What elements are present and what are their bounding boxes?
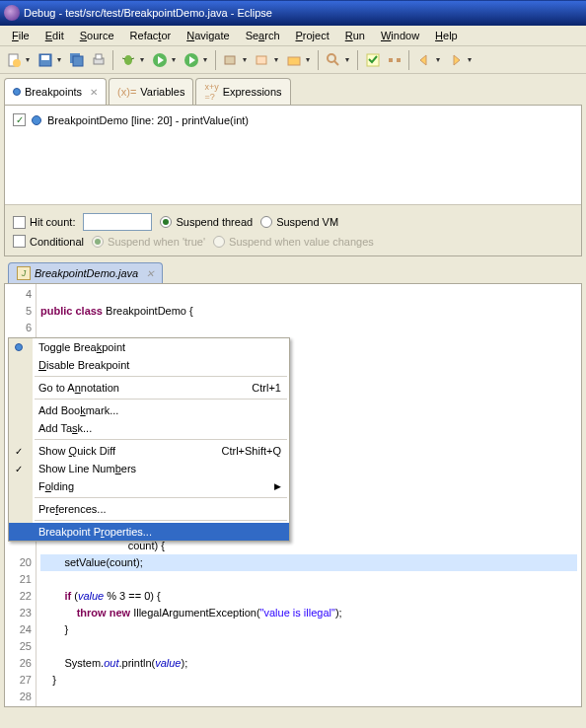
eclipse-icon <box>4 5 20 21</box>
svg-point-18 <box>328 54 335 62</box>
menu-project[interactable]: Project <box>288 28 337 43</box>
menu-file[interactable]: File <box>4 28 37 43</box>
tab-label: Expressions <box>223 86 282 98</box>
menu-run[interactable]: Run <box>337 28 373 43</box>
tab-label: Variables <box>140 86 184 98</box>
search-icon[interactable] <box>324 50 343 70</box>
dropdown-icon[interactable]: ▾ <box>436 55 444 64</box>
checkbox[interactable]: ✓ <box>13 113 26 126</box>
window-title: Debug - test/src/test/BreakpointDemo.jav… <box>24 7 272 19</box>
breakpoint-options: ✓Hit count: Suspend thread Suspend VM ✓C… <box>5 204 581 255</box>
dropdown-icon[interactable]: ▾ <box>140 55 148 64</box>
svg-point-8 <box>124 55 132 65</box>
dropdown-icon[interactable]: ▾ <box>243 55 251 64</box>
menu-search[interactable]: Search <box>238 28 288 43</box>
titlebar: Debug - test/src/test/BreakpointDemo.jav… <box>0 0 586 26</box>
print-icon[interactable] <box>89 50 109 70</box>
menu-refactor[interactable]: Refactor <box>122 28 180 43</box>
ctx-preferences[interactable]: Preferences... <box>9 500 289 518</box>
svg-rect-5 <box>73 56 83 66</box>
dropdown-icon[interactable]: ▾ <box>274 55 282 64</box>
close-icon[interactable]: ✕ <box>90 87 98 98</box>
suspend-changes-radio: Suspend when value changes <box>213 236 374 248</box>
dropdown-icon[interactable]: ▾ <box>468 55 476 64</box>
breakpoints-view: ✓ BreakpointDemo [line: 20] - printValue… <box>4 105 582 256</box>
menu-source[interactable]: Source <box>72 28 122 43</box>
dropdown-icon[interactable]: ▾ <box>26 55 34 64</box>
editor-tab[interactable]: J BreakpointDemo.java ✕ <box>8 262 163 283</box>
debug-icon[interactable] <box>118 50 138 70</box>
breakpoints-icon <box>13 88 21 96</box>
hit-count-label: Hit count: <box>30 216 75 228</box>
java-file-icon: J <box>17 266 31 280</box>
tab-breakpoints[interactable]: Breakpoints ✕ <box>4 78 107 105</box>
ctx-toggle-breakpoint[interactable]: Toggle Breakpoint <box>9 338 289 356</box>
view-tabs: Breakpoints ✕ (x)= Variables x+y=? Expre… <box>0 74 586 105</box>
breakpoint-item[interactable]: ✓ BreakpointDemo [line: 20] - printValue… <box>11 111 575 128</box>
hit-count-check[interactable]: ✓Hit count: <box>13 216 75 229</box>
run-icon[interactable] <box>150 50 170 70</box>
suspend-vm-radio[interactable]: Suspend VM <box>260 216 338 228</box>
suspend-thread-radio[interactable]: Suspend thread <box>160 216 253 228</box>
breakpoint-list: ✓ BreakpointDemo [line: 20] - printValue… <box>5 106 581 204</box>
dropdown-icon[interactable]: ▾ <box>57 55 65 64</box>
save-all-icon[interactable] <box>67 50 87 70</box>
forward-icon[interactable] <box>446 50 466 70</box>
dropdown-icon[interactable]: ▾ <box>203 55 211 64</box>
expressions-icon: x+y=? <box>204 82 218 102</box>
toggle-breadcrumb-icon[interactable] <box>385 50 404 70</box>
dropdown-icon[interactable]: ▾ <box>345 55 353 64</box>
svg-rect-21 <box>389 58 393 62</box>
variables-icon: (x)= <box>117 86 136 98</box>
ctx-breakpoint-properties[interactable]: Breakpoint Properties... <box>9 523 289 541</box>
suspend-true-radio: Suspend when 'true' <box>92 236 205 248</box>
ctx-add-task[interactable]: Add Task... <box>9 419 289 437</box>
menu-edit[interactable]: Edit <box>37 28 72 43</box>
tab-variables[interactable]: (x)= Variables <box>109 78 193 105</box>
svg-rect-15 <box>225 56 235 64</box>
svg-marker-23 <box>420 55 426 65</box>
dropdown-icon[interactable]: ▾ <box>172 55 180 64</box>
svg-point-1 <box>13 59 21 67</box>
open-type-icon[interactable] <box>284 50 304 70</box>
submenu-arrow-icon: ▶ <box>274 481 281 491</box>
svg-rect-3 <box>41 55 49 60</box>
breakpoint-label: BreakpointDemo [line: 20] - printValue(i… <box>47 114 249 126</box>
svg-rect-7 <box>96 54 102 59</box>
new-icon[interactable] <box>4 50 24 70</box>
close-icon[interactable]: ✕ <box>146 268 154 279</box>
hit-count-input[interactable] <box>83 213 152 231</box>
conditional-check[interactable]: ✓Conditional <box>13 235 84 248</box>
context-menu: Toggle Breakpoint Disable Breakpoint Go … <box>8 337 290 542</box>
tab-label: Breakpoints <box>25 86 82 98</box>
run-last-icon[interactable] <box>182 50 201 70</box>
dropdown-icon[interactable]: ▾ <box>306 55 314 64</box>
editor-tabs: J BreakpointDemo.java ✕ <box>0 256 586 283</box>
svg-rect-17 <box>288 57 300 65</box>
ctx-line-numbers[interactable]: ✓Show Line Numbers <box>9 460 289 477</box>
ctx-folding[interactable]: Folding▶ <box>9 477 289 495</box>
ctx-disable-breakpoint[interactable]: Disable Breakpoint <box>9 356 289 374</box>
back-icon[interactable] <box>414 50 434 70</box>
ctx-quick-diff[interactable]: ✓Show Quick DiffCtrl+Shift+Q <box>9 442 289 460</box>
menu-help[interactable]: Help <box>427 28 466 43</box>
toolbar: ▾ ▾ ▾ ▾ ▾ ▾ ▾ ▾ ▾ ▾ ▾ <box>0 46 586 74</box>
svg-marker-24 <box>454 55 460 65</box>
svg-line-19 <box>334 61 338 65</box>
new-class-icon[interactable] <box>253 50 272 70</box>
menu-navigate[interactable]: Navigate <box>179 28 237 43</box>
save-icon[interactable] <box>36 50 55 70</box>
menu-window[interactable]: Window <box>373 28 427 43</box>
svg-rect-22 <box>397 58 401 62</box>
tab-expressions[interactable]: x+y=? Expressions <box>195 78 290 105</box>
ctx-go-annotation[interactable]: Go to AnnotationCtrl+1 <box>9 379 289 397</box>
editor-tab-label: BreakpointDemo.java <box>35 267 138 279</box>
ctx-add-bookmark[interactable]: Add Bookmark... <box>9 401 289 419</box>
toggle-mark-icon[interactable] <box>363 50 383 70</box>
svg-rect-16 <box>256 56 266 64</box>
breakpoint-icon <box>32 115 41 125</box>
menubar: File Edit Source Refactor Navigate Searc… <box>0 26 586 46</box>
conditional-label: Conditional <box>30 236 84 248</box>
new-package-icon[interactable] <box>221 50 241 70</box>
